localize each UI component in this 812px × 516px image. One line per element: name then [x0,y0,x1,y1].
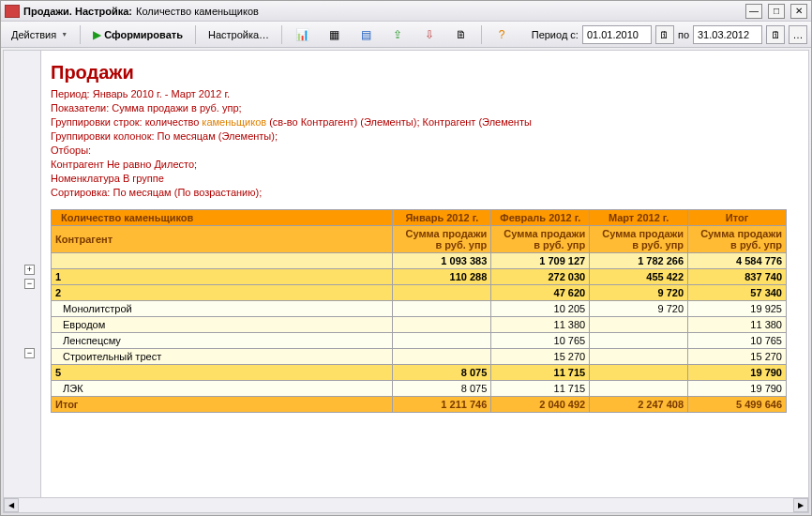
content-area: + − − Продажи Период: Январь 2010 г. - М… [3,50,809,513]
detail-row[interactable]: Монолитстрой 10 205 9 720 19 925 [52,301,787,317]
form-label: Сформировать [104,29,183,40]
col-month-2: Февраль 2012 г. [491,210,590,226]
report-title: Продажи [51,62,799,83]
actions-menu[interactable]: Действия ▼ [5,24,74,45]
import-icon: ⇩ [422,27,437,42]
actions-label: Действия [11,29,56,40]
minimize-button[interactable]: — [745,4,762,19]
tree-toggle-1[interactable]: + [24,265,35,275]
grid-icon: ▦ [326,27,341,42]
detail-row[interactable]: Строительный трест 15 270 15 270 [52,349,787,365]
sub-measure-t: Сумма продажи в руб. упр [688,226,787,253]
sub-measure-1: Сумма продажи в руб. упр [393,226,491,253]
list-icon: ▤ [358,27,373,42]
meta-filter-2: Номенклатура В группе [51,172,799,186]
period-to-label: по [678,29,689,40]
doc-icon: 🗎 [454,27,469,42]
meta-measures: Показатели: Сумма продажи в руб. упр; [51,101,799,115]
group-row-5[interactable]: 5 8 075 11 715 19 790 [52,365,787,381]
play-icon: ▶ [93,28,101,41]
scroll-track[interactable] [19,498,793,512]
period-to-picker[interactable]: 🗓 [766,25,785,44]
help-button[interactable]: ? [488,24,516,45]
titlebar: Продажи. Настройка: Количество каменьщик… [1,1,811,22]
window-title-main: Продажи. Настройка: [23,6,132,17]
col-total: Итог [688,210,787,226]
period-to-input[interactable] [693,25,762,44]
meta-filters: Отборы: [51,144,799,158]
app-icon [5,5,20,18]
period-from-label: Период с: [532,29,579,40]
sub-contragent: Контрагент [52,226,393,253]
col-month-3: Март 2012 г. [590,210,688,226]
toolbar: Действия ▼ ▶ Сформировать Настройка… 📊 ▦… [1,22,811,48]
period-from-input[interactable] [582,25,652,44]
meta-col-groups: Группировки колонок: По месяцам (Элемент… [51,129,799,144]
scroll-left-icon[interactable]: ◀ [4,498,19,512]
help-icon: ? [494,27,509,42]
settings-button[interactable]: Настройка… [202,24,276,45]
export-icon: ⇪ [390,27,405,42]
close-button[interactable]: ✕ [790,4,807,19]
period-extra-btn[interactable]: … [789,25,807,44]
form-button[interactable]: ▶ Сформировать [86,24,189,45]
calendar-icon: 🗓 [659,29,669,40]
import-icon-btn[interactable]: ⇩ [415,24,444,45]
chart-icon: 📊 [294,27,309,42]
detail-row[interactable]: Ленспецсму 10 765 10 765 [52,333,787,349]
report-table: Количество каменьщиков Январь 2012 г. Фе… [51,209,787,413]
period-from-picker[interactable]: 🗓 [655,25,674,44]
tree-toggle-5[interactable]: − [24,348,35,358]
settings-label: Настройка… [208,29,269,40]
report-meta: Период: Январь 2010 г. - Март 2012 г. По… [51,87,799,200]
col-row-header: Количество каменьщиков [52,210,393,226]
grand-total-row[interactable]: 1 093 383 1 709 127 1 782 266 4 584 776 [52,253,787,269]
table-header-row: Количество каменьщиков Январь 2012 г. Фе… [52,210,787,226]
detail-row[interactable]: Евродом 11 380 11 380 [52,317,787,333]
scroll-right-icon[interactable]: ▶ [793,498,808,512]
report-pane: Продажи Период: Январь 2010 г. - Март 20… [41,51,808,512]
group-row-1[interactable]: 1 110 288 272 030 455 422 837 740 [52,269,787,285]
maximize-button[interactable]: □ [768,4,785,19]
doc-icon-btn[interactable]: 🗎 [447,24,475,45]
window-title-sub: Количество каменьщиков [136,6,259,17]
sub-measure-3: Сумма продажи в руб. упр [590,226,688,253]
horizontal-scrollbar[interactable]: ◀ ▶ [4,497,808,512]
calendar-icon: 🗓 [771,29,781,40]
footer-total-row[interactable]: Итог 1 211 746 2 040 492 2 247 408 5 499… [52,397,787,413]
meta-filter-1: Контрагент Не равно Дилесто; [51,158,799,172]
separator [281,25,282,44]
meta-period: Период: Январь 2010 г. - Март 2012 г. [51,87,799,101]
group-row-2[interactable]: 2 47 620 9 720 57 340 [52,285,787,301]
detail-row[interactable]: ЛЭК 8 075 11 715 19 790 [52,381,787,397]
separator [481,25,482,44]
chevron-down-icon: ▼ [61,31,68,38]
meta-row-groups: Группировки строк: количество каменьщико… [51,115,799,129]
meta-sort: Сортировка: По месяцам (По возрастанию); [51,186,799,200]
export-icon-btn[interactable]: ⇪ [383,24,412,45]
tree-gutter: + − − [4,51,41,512]
col-month-1: Январь 2012 г. [393,210,491,226]
separator [80,25,81,44]
table-subheader-row: Контрагент Сумма продажи в руб. упр Сумм… [52,226,787,253]
list-icon-btn[interactable]: ▤ [352,24,380,45]
chart-icon-btn[interactable]: 📊 [288,24,316,45]
grid-icon-btn[interactable]: ▦ [320,24,348,45]
separator [195,25,196,44]
tree-toggle-2[interactable]: − [24,279,35,289]
sub-measure-2: Сумма продажи в руб. упр [491,226,590,253]
